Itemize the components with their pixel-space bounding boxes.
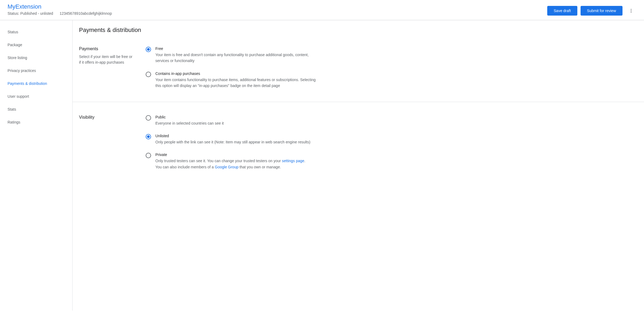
svg-point-0	[631, 9, 632, 10]
app-title[interactable]: MyExtension	[8, 3, 112, 10]
layout: Status Package Store listing Privacy pra…	[0, 20, 644, 311]
sidebar-item-privacy[interactable]: Privacy practices	[0, 64, 72, 77]
header-actions: Save draft Submit for review	[547, 5, 636, 16]
option-public-desc: Everyone in selected countries can see i…	[155, 120, 318, 126]
option-private-text: Private Only trusted testers can see it.…	[155, 153, 318, 170]
option-public-text: Public Everyone in selected countries ca…	[155, 115, 318, 126]
visibility-label-column: Visibility	[79, 115, 133, 170]
payments-heading: Payments	[79, 46, 133, 51]
google-group-link[interactable]: Google Group	[215, 165, 238, 169]
option-free-title: Free	[155, 46, 318, 51]
payment-option-free[interactable]: Free Your item is free and doesn't conta…	[146, 46, 318, 64]
radio-free[interactable]	[146, 47, 151, 52]
save-draft-button[interactable]: Save draft	[547, 6, 577, 16]
option-unlisted-desc: Only people with the link can see it (No…	[155, 139, 318, 145]
visibility-options: Public Everyone in selected countries ca…	[146, 115, 318, 170]
main-content: Payments & distribution Payments Select …	[73, 20, 644, 311]
header-left: MyExtension Status: Published - unlisted…	[8, 3, 112, 16]
page-title: Payments & distribution	[73, 20, 644, 34]
sidebar: Status Package Store listing Privacy pra…	[0, 20, 73, 311]
option-private-title: Private	[155, 153, 318, 157]
settings-page-link[interactable]: settings page	[282, 159, 304, 163]
private-desc-mid: .	[304, 159, 305, 163]
private-desc-suffix: that you own or manage.	[238, 165, 281, 169]
visibility-heading: Visibility	[79, 115, 133, 120]
payments-subheading: Select if your item will be free or if i…	[79, 54, 133, 65]
visibility-option-unlisted[interactable]: Unlisted Only people with the link can s…	[146, 134, 318, 145]
sidebar-item-payments-distribution[interactable]: Payments & distribution	[0, 77, 72, 90]
payments-options: Free Your item is free and doesn't conta…	[146, 46, 318, 89]
svg-point-2	[631, 12, 632, 13]
visibility-option-private[interactable]: Private Only trusted testers can see it.…	[146, 153, 318, 170]
option-free-text: Free Your item is free and doesn't conta…	[155, 46, 318, 64]
payments-section: Payments Select if your item will be fre…	[73, 34, 644, 102]
sidebar-item-user-support[interactable]: User support	[0, 90, 72, 103]
sidebar-item-store-listing[interactable]: Store listing	[0, 51, 72, 64]
more-vert-icon	[629, 8, 634, 13]
option-unlisted-title: Unlisted	[155, 134, 318, 138]
sidebar-item-status[interactable]: Status	[0, 26, 72, 38]
visibility-option-public[interactable]: Public Everyone in selected countries ca…	[146, 115, 318, 126]
header-meta: Status: Published - unlisted 12345678910…	[8, 11, 112, 16]
status-text: Status: Published - unlisted	[8, 11, 53, 16]
option-unlisted-text: Unlisted Only people with the link can s…	[155, 134, 318, 145]
header-bar: MyExtension Status: Published - unlisted…	[0, 0, 644, 20]
svg-point-1	[631, 10, 632, 11]
option-free-desc: Your item is free and doesn't contain an…	[155, 52, 318, 64]
sidebar-item-ratings[interactable]: Ratings	[0, 116, 72, 129]
option-iap-desc: Your item contains functionality to purc…	[155, 77, 318, 89]
sidebar-item-stats[interactable]: Stats	[0, 103, 72, 116]
more-menu-button[interactable]	[626, 5, 636, 16]
option-iap-title: Contains in-app purchases	[155, 71, 318, 76]
private-desc-second: You can also include members of a	[155, 165, 215, 169]
option-iap-text: Contains in-app purchases Your item cont…	[155, 71, 318, 89]
radio-unlisted[interactable]	[146, 134, 151, 139]
private-desc-prefix: Only trusted testers can see it. You can…	[155, 159, 282, 163]
option-public-title: Public	[155, 115, 318, 119]
radio-public[interactable]	[146, 115, 151, 121]
payments-label-column: Payments Select if your item will be fre…	[79, 46, 133, 89]
visibility-section: Visibility Public Everyone in selected c…	[73, 102, 644, 183]
radio-iap[interactable]	[146, 72, 151, 77]
submit-review-button[interactable]: Submit for review	[581, 6, 622, 16]
item-id: 12345678910abcdefghijklmnop	[60, 11, 112, 16]
sidebar-item-package[interactable]: Package	[0, 38, 72, 51]
radio-private[interactable]	[146, 153, 151, 158]
payment-option-iap[interactable]: Contains in-app purchases Your item cont…	[146, 71, 318, 89]
option-private-desc: Only trusted testers can see it. You can…	[155, 158, 318, 170]
